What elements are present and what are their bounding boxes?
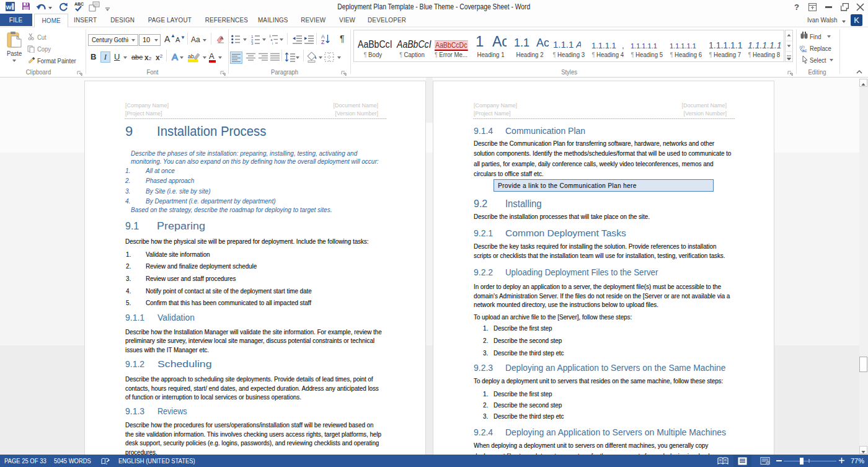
- svg-text:ABC: ABC: [74, 2, 84, 6]
- svg-text:Z: Z: [321, 39, 324, 45]
- svg-text:3: 3: [251, 42, 254, 45]
- svg-text:W: W: [6, 4, 12, 11]
- svg-text:ac: ac: [802, 48, 807, 53]
- svg-text:A: A: [220, 35, 224, 41]
- svg-text:i: i: [272, 42, 273, 45]
- svg-text:ab: ab: [188, 53, 194, 60]
